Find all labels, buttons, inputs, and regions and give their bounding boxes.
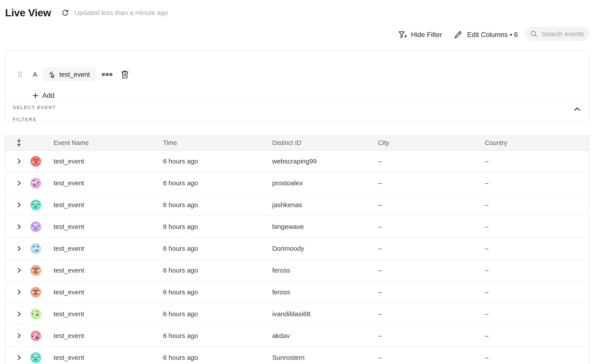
query-builder-panel: SELECT EVENT A [5,50,589,122]
city-cell: – [378,267,382,274]
country-cell: – [485,288,489,296]
country-cell: – [485,201,489,209]
chevron-right-icon [17,289,21,295]
page-title: Live View [5,7,51,19]
chevron-right-icon [17,202,21,208]
row-expander-button[interactable] [17,311,22,317]
series-letter: A [33,71,37,78]
updated-status: Updated less than a minute ago [75,9,168,16]
user-avatar [30,221,41,232]
event-select-chip[interactable]: test_event [42,68,96,81]
city-cell: – [378,310,382,318]
add-event-button[interactable]: Add [32,91,55,101]
column-header-city[interactable]: City [378,139,389,146]
page-header: Live View Updated less than a minute ago [5,7,168,19]
pencil-icon [454,31,462,39]
search-events-box[interactable] [525,27,589,41]
search-icon [530,30,538,38]
distinct-id-link[interactable]: feross [272,288,290,296]
city-cell: – [378,223,382,231]
events-table: Event Name Time Distinct ID City Country… [5,135,589,364]
country-cell: – [485,267,489,274]
row-expander-button[interactable] [17,267,22,273]
filter-plus-icon [398,30,407,39]
time-cell: 6 hours ago [163,157,198,165]
distinct-id-link[interactable]: Dorimoody [272,245,304,252]
trash-icon [121,70,129,79]
row-expander-button[interactable] [17,246,22,252]
city-cell: – [378,179,382,187]
country-cell: – [485,310,489,318]
event-name-cell: test_event [54,354,84,361]
row-expander-button[interactable] [17,333,22,339]
chevron-right-icon [17,333,21,339]
table-row: test_event 6 hours ago feross – – [5,260,589,281]
row-expander-button[interactable] [17,202,22,208]
drag-handle-icon[interactable] [18,71,22,78]
time-cell: 6 hours ago [163,179,198,187]
event-name-cell: test_event [54,223,84,231]
search-events-input[interactable] [541,30,589,38]
chevron-right-icon [17,180,21,186]
city-cell: – [378,245,382,252]
row-expander-button[interactable] [17,224,22,230]
column-header-distinct-id[interactable]: Distinct ID [272,139,301,146]
chevron-right-icon [17,355,21,361]
table-row: test_event 6 hours ago bingewave – – [5,216,589,238]
event-name-cell: test_event [54,267,84,274]
table-row: test_event 6 hours ago Sunrostern – – [5,347,589,364]
city-cell: – [378,332,382,339]
edit-columns-button[interactable]: Edit Columns • 6 [454,28,518,42]
event-name-cell: test_event [54,310,84,318]
cursor-click-icon [49,71,56,78]
selected-event-name: test_event [59,71,90,78]
time-cell: 6 hours ago [163,223,198,231]
table-row: test_event 6 hours ago prostoalex – – [5,172,589,194]
plus-icon [32,92,39,99]
distinct-id-link[interactable]: ivandiblasi68 [272,310,310,318]
city-cell: – [378,288,382,296]
delete-event-button[interactable] [120,70,129,79]
table-header: Event Name Time Distinct ID City Country [5,135,589,151]
distinct-id-link[interactable]: Sunrostern [272,354,304,361]
time-cell: 6 hours ago [163,288,198,296]
user-avatar [30,309,41,319]
table-row: test_event 6 hours ago ivandiblasi68 – – [5,303,589,325]
time-cell: 6 hours ago [163,332,198,339]
chevron-right-icon [17,311,21,317]
refresh-icon [61,9,69,17]
city-cell: – [378,354,382,361]
filters-section[interactable]: FILTERS [5,103,589,122]
distinct-id-link[interactable]: bingewave [272,223,304,231]
time-cell: 6 hours ago [163,354,198,361]
refresh-button[interactable] [61,8,70,17]
city-cell: – [378,201,382,209]
chevron-right-icon [17,246,21,251]
column-header-time[interactable]: Time [163,139,177,146]
distinct-id-link[interactable]: akdav [272,332,290,339]
column-header-event-name[interactable]: Event Name [54,139,89,146]
more-options-button[interactable] [102,73,112,76]
table-body: test_event 6 hours ago webscraping99 – –… [5,151,589,364]
column-header-country[interactable]: Country [485,139,507,146]
hide-filter-button[interactable]: Hide Filter [398,28,442,42]
row-expander-button[interactable] [17,354,22,361]
add-label: Add [42,92,55,100]
distinct-id-link[interactable]: feross [272,267,290,274]
distinct-id-link[interactable]: prostoalex [272,179,303,187]
row-expander-button[interactable] [17,180,22,186]
row-expander-button[interactable] [17,158,22,164]
row-expander-button[interactable] [17,289,22,295]
user-avatar [30,156,41,167]
event-name-cell: test_event [54,245,84,252]
distinct-id-link[interactable]: jashkenas [272,201,302,209]
time-cell: 6 hours ago [163,201,198,209]
time-cell: 6 hours ago [163,310,198,318]
chevron-right-icon [17,224,21,230]
chevron-right-icon [17,158,21,164]
country-cell: – [485,157,489,165]
collapse-all-icon[interactable] [16,139,22,147]
table-row: test_event 6 hours ago Dorimoody – – [5,238,589,260]
distinct-id-link[interactable]: webscraping99 [272,157,317,165]
event-name-cell: test_event [54,201,84,209]
